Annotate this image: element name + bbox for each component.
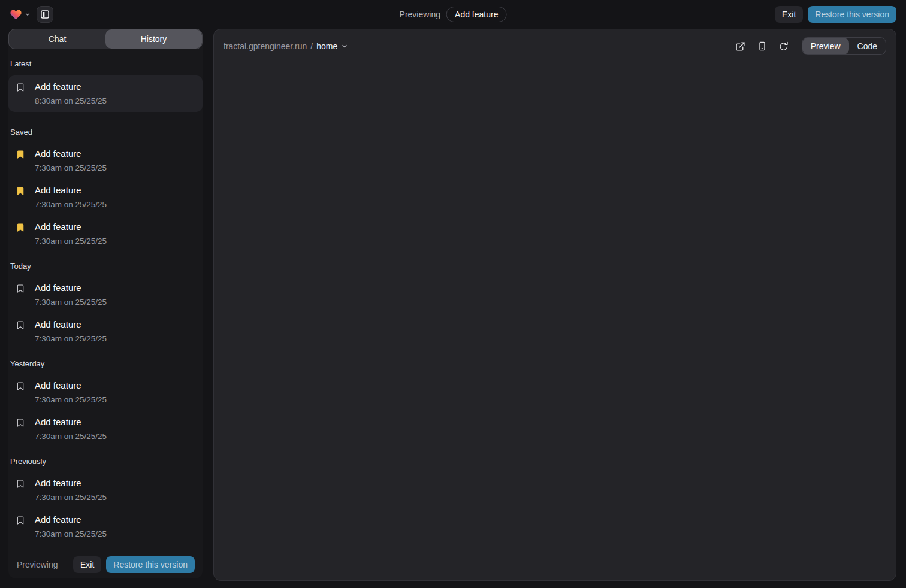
history-item[interactable]: Add feature7:30am on 25/25/25: [8, 148, 203, 173]
preview-content: [214, 62, 896, 580]
history-item-title: Add feature: [35, 283, 107, 293]
history-item[interactable]: Add feature7:30am on 25/25/25: [8, 478, 203, 502]
history-item-title: Add feature: [35, 417, 107, 428]
panel-left-icon: [40, 10, 50, 19]
sidebar: Chat History LatestAdd feature8:30am on …: [8, 29, 203, 578]
history-item-title: Add feature: [35, 478, 107, 489]
history-item-time: 7:30am on 25/25/25: [35, 298, 107, 307]
bookmark-filled-icon: [16, 223, 25, 232]
history-item-time: 8:30am on 25/25/25: [35, 96, 107, 106]
bookmark-outline-icon: [16, 381, 25, 391]
preview-panel: fractal.gptengineer.run / home: [213, 29, 896, 581]
device-preview-button[interactable]: [754, 38, 771, 54]
history-section-title: Saved: [10, 128, 201, 137]
history-item-title: Add feature: [35, 222, 107, 232]
history-item-title: Add feature: [35, 514, 107, 525]
bookmark-outline-icon: [16, 479, 25, 489]
bookmark-outline-icon: [16, 516, 25, 525]
heart-logo-icon: [10, 8, 22, 21]
history-item[interactable]: Add feature8:30am on 25/25/25: [8, 75, 203, 112]
smartphone-icon: [757, 41, 767, 51]
bookmark-outline-icon: [16, 284, 25, 293]
tab-preview[interactable]: Preview: [802, 38, 849, 54]
history-item[interactable]: Add feature7:30am on 25/25/25: [8, 417, 203, 441]
sidebar-toggle-button[interactable]: [37, 6, 53, 23]
exit-button[interactable]: Exit: [775, 6, 803, 23]
tab-chat[interactable]: Chat: [9, 29, 105, 49]
preview-url-selector[interactable]: fractal.gptengineer.run / home: [224, 41, 348, 51]
open-in-new-tab-button[interactable]: [732, 38, 749, 54]
footer-previewing-label: Previewing: [17, 560, 58, 569]
history-item[interactable]: Add feature7:30am on 25/25/25: [8, 283, 203, 307]
chevron-down-icon: [341, 43, 348, 50]
url-path: home: [316, 41, 337, 51]
history-section-title: Today: [10, 262, 201, 271]
preview-header: fractal.gptengineer.run / home: [214, 29, 896, 62]
tab-code[interactable]: Code: [849, 38, 886, 54]
history-section-title: Latest: [10, 59, 201, 68]
bookmark-outline-icon: [16, 418, 25, 428]
topbar: Previewing Add feature Exit Restore this…: [0, 0, 906, 29]
history-item-time: 7:30am on 25/25/25: [35, 432, 107, 441]
bookmark-outline-icon: [16, 320, 25, 330]
url-separator: /: [310, 41, 313, 51]
history-list: LatestAdd feature8:30am on 25/25/25Saved…: [8, 49, 203, 551]
bookmark-outline-icon: [16, 83, 25, 92]
history-item[interactable]: Add feature7:30am on 25/25/25: [8, 380, 203, 405]
history-item-title: Add feature: [35, 148, 107, 159]
footer-exit-button[interactable]: Exit: [73, 556, 101, 573]
preview-code-switcher: Preview Code: [802, 37, 886, 55]
sidebar-footer: Previewing Exit Restore this version: [8, 551, 203, 578]
history-item-title: Add feature: [35, 185, 107, 196]
version-badge: Add feature: [446, 7, 506, 22]
previewing-label: Previewing: [400, 10, 440, 19]
history-item-title: Add feature: [35, 319, 107, 330]
history-item-title: Add feature: [35, 380, 107, 391]
history-item-time: 7:30am on 25/25/25: [35, 529, 107, 539]
history-item-title: Add feature: [35, 81, 107, 92]
history-item[interactable]: Add feature7:30am on 25/25/25: [8, 514, 203, 539]
history-item-time: 7:30am on 25/25/25: [35, 395, 107, 405]
app-logo-menu[interactable]: [10, 8, 31, 21]
history-item[interactable]: Add feature7:30am on 25/25/25: [8, 319, 203, 344]
history-item-time: 7:30am on 25/25/25: [35, 237, 107, 246]
bookmark-filled-icon: [16, 150, 25, 159]
refresh-icon: [779, 41, 789, 51]
history-section-title: Yesterday: [10, 359, 201, 368]
restore-version-button[interactable]: Restore this version: [808, 6, 896, 23]
chevron-down-icon: [25, 11, 31, 17]
external-link-icon: [735, 41, 745, 51]
history-item[interactable]: Add feature7:30am on 25/25/25: [8, 185, 203, 210]
bookmark-filled-icon: [16, 186, 25, 196]
sidebar-tab-switcher: Chat History: [8, 29, 203, 49]
history-section-title: Previously: [10, 457, 201, 466]
history-item-time: 7:30am on 25/25/25: [35, 200, 107, 210]
history-item-time: 7:30am on 25/25/25: [35, 334, 107, 344]
refresh-preview-button[interactable]: [775, 38, 792, 54]
history-item[interactable]: Add feature7:30am on 25/25/25: [8, 222, 203, 246]
history-item-time: 7:30am on 25/25/25: [35, 493, 107, 502]
url-host: fractal.gptengineer.run: [224, 41, 307, 51]
tab-history[interactable]: History: [105, 29, 202, 49]
history-item-time: 7:30am on 25/25/25: [35, 163, 107, 173]
footer-restore-version-button[interactable]: Restore this version: [106, 556, 195, 573]
